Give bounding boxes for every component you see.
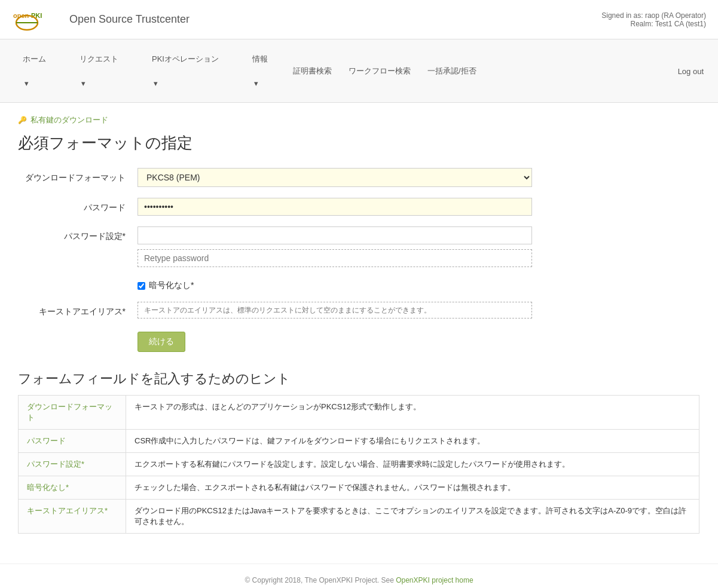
header-left: open PKI Open Source Trustcenter	[12, 6, 190, 33]
continue-button[interactable]: 続ける	[138, 332, 185, 352]
nav-link-request[interactable]: リクエスト ▾	[63, 39, 135, 102]
keystore-alias-row: キーストアエイリアス*	[18, 302, 699, 318]
hint-field-no-encrypt: 暗号化なし*	[19, 476, 126, 500]
hint-text-download-format: キーストアの形式は、ほとんどのアプリケーションがPKCS12形式で動作します。	[126, 396, 699, 430]
chevron-down-icon: ▾	[246, 72, 276, 95]
no-encrypt-row: 暗号化なし*	[18, 278, 699, 291]
hints-table: ダウンロードフォーマット キーストアの形式は、ほとんどのアプリケーションがPKC…	[18, 395, 699, 534]
chevron-down-icon: ▾	[16, 72, 54, 95]
navbar: ホーム ▾ リクエスト ▾ PKIオペレーション ▾ 情報 ▾ 証明書検索	[0, 39, 718, 103]
download-format-row: ダウンロードフォーマット PKCS8 (PEM) PKCS12 JAVA Key…	[18, 168, 699, 187]
password-set-input[interactable]	[138, 226, 532, 244]
keystore-alias-label: キーストアエイリアス*	[18, 302, 138, 317]
nav-item-request[interactable]: リクエスト ▾	[63, 39, 135, 102]
header-user-info: Signed in as: raop (RA Operator) Realm: …	[601, 11, 706, 28]
site-title: Open Source Trustcenter	[69, 13, 190, 26]
password-set-label: パスワード設定*	[18, 226, 138, 242]
hint-field-password-set: パスワード設定*	[19, 453, 126, 476]
keystore-alias-input[interactable]	[138, 302, 532, 318]
table-row: キーストアエイリアス* ダウンロード用のPKCS12またはJavaキーストアを要…	[19, 500, 699, 534]
table-row: ダウンロードフォーマット キーストアの形式は、ほとんどのアプリケーションがPKC…	[19, 396, 699, 430]
password-group	[138, 226, 532, 267]
download-format-select[interactable]: PKCS8 (PEM) PKCS12 JAVA Keystore	[138, 168, 532, 187]
download-format-label: ダウンロードフォーマット	[18, 168, 138, 183]
svg-text:PKI: PKI	[31, 12, 42, 19]
key-icon: 🔑	[18, 116, 27, 124]
nav-item-pki[interactable]: PKIオペレーション ▾	[135, 39, 236, 102]
no-encrypt-checkbox[interactable]	[138, 282, 145, 290]
nav-link-home[interactable]: ホーム ▾	[6, 39, 63, 102]
table-row: パスワード CSR作成中に入力したパスワードは、鍵ファイルをダウンロードする場合…	[19, 430, 699, 453]
logo: open PKI	[12, 6, 60, 33]
download-format-field: PKCS8 (PEM) PKCS12 JAVA Keystore	[138, 168, 532, 187]
nav-link-workflow-search[interactable]: ワークフロー検索	[340, 59, 419, 84]
realm-value: Test1 CA (test1)	[655, 20, 706, 28]
password-label: パスワード	[18, 198, 138, 213]
nav-link-cert-search[interactable]: 証明書検索	[285, 59, 340, 84]
no-encrypt-field: 暗号化なし*	[138, 278, 532, 291]
hint-text-password-set: エクスポートする私有鍵にパスワードを設定します。設定しない場合、証明書要求時に設…	[126, 453, 699, 476]
logout-link[interactable]: Log out	[670, 60, 712, 83]
password-input[interactable]	[138, 198, 532, 216]
retype-password-input[interactable]	[138, 249, 532, 267]
footer-link[interactable]: OpenXPKI project home	[396, 576, 473, 584]
chevron-down-icon: ▾	[145, 72, 227, 95]
no-encrypt-checkbox-label: 暗号化なし*	[149, 280, 194, 291]
table-row: 暗号化なし* チェックした場合、エクスポートされる私有鍵はパスワードで保護されま…	[19, 476, 699, 500]
signed-in-user: raop (RA Operator)	[645, 11, 706, 20]
password-set-field	[138, 226, 532, 267]
nav-item-home[interactable]: ホーム ▾	[6, 39, 63, 102]
form-section: ダウンロードフォーマット PKCS8 (PEM) PKCS12 JAVA Key…	[18, 168, 699, 352]
hint-field-password: パスワード	[19, 430, 126, 453]
hint-text-password: CSR作成中に入力したパスワードは、鍵ファイルをダウンロードする場合にもリクエス…	[126, 430, 699, 453]
nav-item-bulk-approve[interactable]: 一括承認/拒否	[419, 59, 485, 84]
password-field	[138, 198, 532, 216]
hint-field-keystore-alias: キーストアエイリアス*	[19, 500, 126, 534]
password-row: パスワード	[18, 198, 699, 216]
main-content: 🔑 私有鍵のダウンロード 必須フォーマットの指定 ダウンロードフォーマット PK…	[0, 103, 717, 546]
footer: © Copyright 2018, The OpenXPKI Project. …	[0, 564, 718, 588]
no-encrypt-checkbox-row: 暗号化なし*	[138, 280, 532, 291]
hints-section: フォームフィールドを記入するためのヒント ダウンロードフォーマット キーストアの…	[18, 370, 699, 534]
realm-label: Realm:	[630, 20, 653, 28]
logo-image: open PKI	[12, 6, 60, 33]
chevron-down-icon: ▾	[73, 72, 127, 95]
nav-items: ホーム ▾ リクエスト ▾ PKIオペレーション ▾ 情報 ▾ 証明書検索	[6, 39, 485, 102]
password-set-row: パスワード設定*	[18, 226, 699, 267]
signed-in-label: Signed in as:	[601, 11, 643, 20]
no-encrypt-label-spacer	[18, 278, 138, 283]
header: open PKI Open Source Trustcenter Signed …	[0, 0, 718, 39]
hint-text-keystore-alias: ダウンロード用のPKCS12またはJavaキーストアを要求するときは、ここでオプ…	[126, 500, 699, 534]
hint-field-download-format: ダウンロードフォーマット	[19, 396, 126, 430]
nav-link-bulk-approve[interactable]: 一括承認/拒否	[419, 59, 485, 84]
keystore-alias-field	[138, 302, 532, 318]
breadcrumb: 🔑 私有鍵のダウンロード	[18, 115, 699, 125]
nav-item-workflow-search[interactable]: ワークフロー検索	[340, 59, 419, 84]
nav-link-pki[interactable]: PKIオペレーション ▾	[135, 39, 236, 102]
table-row: パスワード設定* エクスポートする私有鍵にパスワードを設定します。設定しない場合…	[19, 453, 699, 476]
hint-text-no-encrypt: チェックした場合、エクスポートされる私有鍵はパスワードで保護されません。パスワー…	[126, 476, 699, 500]
nav-item-info[interactable]: 情報 ▾	[236, 39, 285, 102]
hints-title: フォームフィールドを記入するためのヒント	[18, 370, 699, 388]
breadcrumb-link[interactable]: 私有鍵のダウンロード	[30, 115, 108, 125]
page-title: 必須フォーマットの指定	[18, 133, 699, 154]
nav-link-info[interactable]: 情報 ▾	[236, 39, 285, 102]
nav-logout[interactable]: Log out	[670, 66, 712, 76]
footer-copyright: © Copyright 2018, The OpenXPKI Project. …	[245, 576, 393, 584]
nav-item-cert-search[interactable]: 証明書検索	[285, 59, 340, 84]
